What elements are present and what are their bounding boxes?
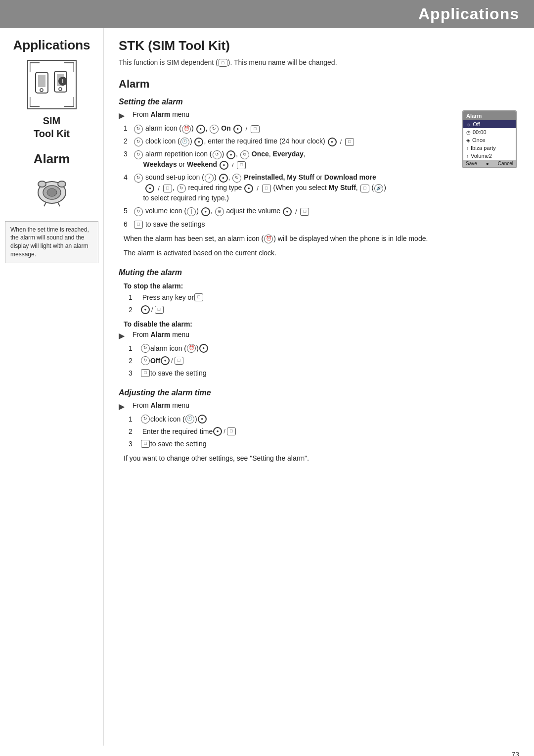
menu-square-4b: □ [262, 185, 271, 192]
alarm-screen-item-once: ◈ Once [463, 136, 516, 144]
adjust-from-menu-row: ▶ From Alarm menu [119, 401, 517, 412]
simtk-icon: i [30, 62, 74, 107]
select-btn-2b: ● [328, 138, 337, 146]
rotate-icon-4b: ↻ [232, 174, 241, 183]
svg-point-5 [59, 88, 62, 91]
alarm-icon-1: ⏰ [182, 125, 191, 134]
select-btn-5b: ● [283, 207, 292, 216]
step-5: 5 ↻ volume icon (|) ●, ⊕ adjust the volu… [124, 206, 517, 216]
select-btn-1b: ● [233, 125, 242, 134]
alarm-sidebar-icon [32, 175, 72, 207]
stop-sq-2: □ [155, 306, 164, 314]
step-2: 2 ↻ clock icon (🕐) ●, enter the required… [124, 136, 452, 146]
disable-from-menu-text: From Alarm menu [133, 331, 189, 338]
sidebar-applications-title: Applications [13, 38, 90, 52]
alarm-time-icon: ◷ [466, 130, 471, 135]
from-alarm-menu-text: From Alarm menu [133, 110, 189, 118]
stop-step-2: 2 ● / □ [129, 305, 517, 315]
menu-square-1: □ [251, 125, 260, 133]
stop-alarm-list: 1 Press any key or □ 2 ● / □ [129, 292, 517, 315]
svg-line-13 [44, 202, 46, 206]
adjust-step-2: 2 Enter the required time ● / □ [129, 426, 517, 437]
stop-sel-2: ● [141, 305, 150, 314]
select-btn-4c: ● [244, 184, 253, 193]
menu-square-4: □ [163, 185, 172, 192]
step-4: 4 ↻ sound set-up icon (♪) ●, ↻ Preinstal… [124, 172, 452, 203]
alarm-once-icon: ◈ [466, 138, 470, 143]
sim-icon: □ [219, 59, 227, 67]
rotate-a1: ↻ [141, 415, 150, 424]
select-btn-4b: ● [145, 184, 154, 193]
svg-point-12 [58, 181, 66, 187]
arrow-icon-adjust: ▶ [119, 402, 125, 411]
setting-alarm-steps: 1 ↻ alarm icon (⏰) ●, ↻ On ● / □ [124, 123, 517, 229]
menu-square-5: □ [300, 208, 309, 216]
svg-point-2 [40, 89, 43, 92]
alarm-section: Alarm Setting the alarm Alarm ☼ Off [119, 78, 517, 463]
page-number: 73 [511, 751, 519, 756]
alarm-screen-footer: Save ● Cancel [463, 160, 516, 167]
alarm-screen-item-time: ◷ 00:00 [463, 128, 516, 136]
sel-d2: ● [161, 356, 170, 365]
rotate-icon-4: ↻ [134, 174, 143, 183]
main-layout: Applications [0, 28, 534, 746]
rotate-icon-5: ↻ [134, 207, 143, 216]
sidebar-note-text: When the set time is reached, the alarm … [10, 226, 89, 258]
repeat-icon-3: ↺ [213, 150, 222, 159]
rotate-icon-1b: ↻ [210, 125, 219, 134]
select-btn-5: ● [201, 207, 210, 216]
vol-icon-4: 🔊 [374, 184, 383, 193]
rotate-icon-1: ↻ [134, 125, 143, 134]
alarm-off-icon: ☼ [466, 122, 471, 127]
svg-line-14 [58, 202, 60, 206]
select-btn-2: ● [194, 138, 203, 146]
sel-d1: ● [199, 344, 208, 353]
rotate-icon-3: ↻ [134, 150, 143, 159]
alarm-title: Alarm [119, 78, 517, 91]
svg-point-10 [47, 189, 57, 196]
setting-alarm-title: Setting the alarm [119, 97, 517, 106]
alarm-d1: ⏰ [187, 344, 196, 353]
alarm-screen-cancel: Cancel [498, 161, 513, 166]
alarm-screen-save: Save [466, 161, 477, 166]
select-btn-3: ● [226, 150, 235, 159]
alarm-sound-icon: ♪ [466, 145, 469, 151]
select-btn-1: ● [196, 125, 205, 134]
stop-step-1: 1 Press any key or □ [129, 292, 517, 303]
step-3: 3 ↻ alarm repetition icon (↺) ●, ↻ Once,… [124, 149, 452, 170]
clock-a1: 🕐 [185, 415, 194, 424]
adjust-step-1: 1 ↻ clock icon (🕐) ● [129, 414, 517, 425]
stk-description: This function is SIM dependent (□). This… [119, 58, 517, 67]
sidebar-simtk-title: SIMTool Kit [34, 114, 70, 140]
sidebar-alarm-title: Alarm [34, 151, 70, 167]
rotate-d1: ↻ [141, 344, 150, 353]
alarm-screen: Alarm ☼ Off ◷ 00:00 ◈ Once [462, 110, 517, 168]
sidebar-note: When the set time is reached, the alarm … [5, 221, 98, 263]
alarm-screen-mockup: Alarm ☼ Off ◷ 00:00 ◈ Once [462, 110, 517, 168]
alarm-volume-icon: ♪ [466, 153, 469, 159]
rotate-icon-2: ↻ [134, 138, 143, 146]
svg-point-11 [38, 181, 46, 187]
stop-sq-1: □ [194, 293, 203, 301]
disable-step-3: 3 □ to save the setting [129, 368, 517, 378]
page-title: Applications [418, 5, 519, 23]
adjust-from-menu-text: From Alarm menu [133, 401, 189, 409]
sidebar: Applications [0, 28, 104, 746]
alarm-screen-item-sound: ♪ Ibiza party [463, 144, 516, 152]
alarm-screen-header: Alarm [463, 111, 516, 120]
step-6: 6 □ to save the settings [124, 219, 517, 230]
disable-from-menu-row: ▶ From Alarm menu [119, 331, 517, 341]
alarm-screen-item-off: ☼ Off [463, 120, 516, 128]
menu-square-3: □ [237, 161, 246, 169]
rotate-icon-3b: ↻ [240, 150, 249, 159]
select-btn-4: ● [219, 174, 228, 183]
header-bar: Applications [0, 0, 534, 28]
stk-title: STK (SIM Tool Kit) [119, 38, 517, 53]
sel-a1: ● [198, 415, 207, 424]
vol-icon-5: | [187, 207, 196, 216]
setting-alarm-subsection: Setting the alarm Alarm ☼ Off ◷ 00: [119, 97, 517, 258]
adjust-step-3: 3 □ to save the setting [129, 439, 517, 449]
rotate-icon-4c: ↻ [177, 184, 186, 193]
sidebar-alarm-icon-box [27, 172, 77, 211]
adjust-alarm-list: 1 ↻ clock icon (🕐) ● 2 Enter the require… [129, 414, 517, 449]
